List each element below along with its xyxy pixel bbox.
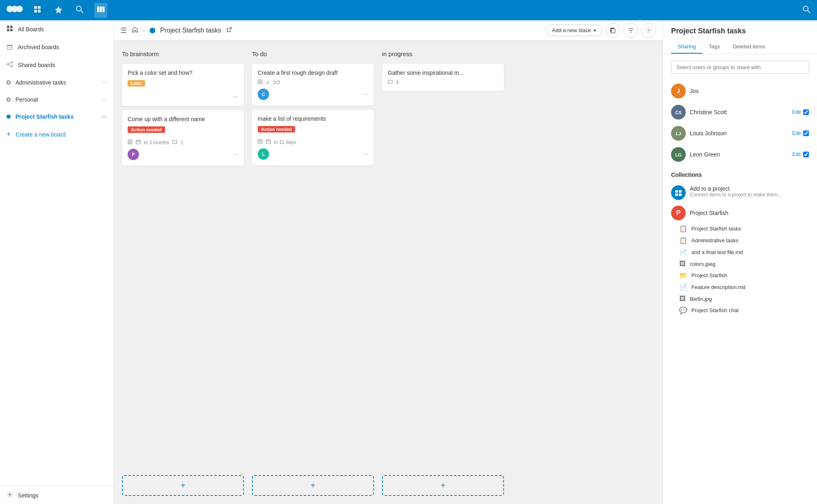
user-leon-name: Leon Green [690, 151, 788, 158]
file-name-colors: colors.jpeg [690, 261, 715, 267]
card-requirements-avatar: L [258, 148, 269, 160]
project-starfish-more-icon[interactable]: ··· [102, 113, 107, 120]
stack-in-progress-title: in progress [382, 49, 504, 59]
file-pst[interactable]: 📋 Project Starfish tasks [671, 223, 809, 235]
board-header: ☰ › Project Starfish tasks Add a new sta [114, 20, 663, 41]
card-pick-color-more[interactable]: ··· [233, 93, 238, 100]
global-search-icon[interactable] [802, 5, 810, 15]
sidebar-item-project-starfish[interactable]: Project Starfish tasks ··· [0, 108, 113, 125]
user-leon-edit-label: Edit [792, 152, 801, 157]
sidebar-item-all-boards[interactable]: All Boards [0, 20, 113, 38]
card-requirements-title: make a list of requirements [258, 115, 368, 122]
stack-in-progress-cards: Gather some inspirational m... 3 [382, 64, 504, 470]
card-different-name[interactable]: Come up with a different name Action nee… [122, 110, 244, 166]
tab-sharing[interactable]: Sharing [671, 40, 702, 54]
card-design-draft-more[interactable]: ··· [363, 91, 368, 98]
sidebar-item-archived[interactable]: Archived boards [0, 38, 113, 56]
file-icon-colors: 🖼 [679, 260, 686, 267]
user-louis: LJ Louis Johnson Edit [671, 123, 809, 144]
share-input[interactable] [671, 61, 809, 74]
svg-line-9 [81, 11, 83, 13]
filter-icon[interactable] [624, 23, 638, 38]
sidebar-item-shared[interactable]: Shared boards [0, 56, 113, 74]
file-final-test[interactable]: 📄 and a final test file.md [671, 246, 809, 258]
file-name-at: Administrative tasks [691, 237, 739, 243]
files-icon[interactable] [31, 3, 44, 18]
user-christine-name: Christine Scott [690, 109, 788, 115]
svg-rect-17 [7, 29, 9, 31]
card-requirements-footer: L ··· [258, 148, 368, 160]
file-colors[interactable]: 🖼 colors.jpeg [671, 258, 809, 269]
sidebar-label-shared: Shared boards [18, 62, 55, 68]
sidebar: All Boards Archived boards [0, 20, 114, 504]
svg-text:LJ: LJ [676, 131, 681, 136]
tab-tags[interactable]: Tags [702, 40, 726, 54]
card-requirements[interactable]: make a list of requirements Action neede… [252, 110, 374, 165]
file-at[interactable]: 📋 Administrative tasks [671, 235, 809, 246]
file-name-berlin: Berlin.jpg [690, 296, 712, 302]
card-tag-action-2: Action needed [258, 126, 295, 133]
file-name-ps-chat: Project Starfish chat [691, 307, 739, 313]
app-logo[interactable] [7, 4, 23, 17]
sidebar-settings[interactable]: Settings [0, 486, 113, 504]
create-board-label: Create a new board [16, 131, 66, 138]
board-menu-icon[interactable]: ☰ [120, 26, 127, 35]
stack-in-progress: in progress Gather some inspirational m.… [382, 49, 504, 496]
search-icon[interactable] [73, 3, 86, 18]
user-christine-edit-label: Edit [792, 109, 801, 115]
activity-icon[interactable] [52, 3, 65, 18]
card-requirements-more[interactable]: ··· [363, 150, 368, 158]
project-starfish-item[interactable]: P Project Starfish [671, 203, 809, 223]
add-card-in-progress[interactable]: + [382, 475, 504, 496]
card-different-name-more[interactable]: ··· [233, 151, 238, 158]
user-leon-checkbox[interactable] [803, 152, 809, 157]
file-name-pst: Project Starfish tasks [691, 226, 741, 232]
card-folder-count-2: 3 [396, 80, 399, 85]
svg-rect-15 [7, 26, 9, 28]
user-leon-avatar: LG [671, 147, 686, 162]
svg-point-8 [76, 6, 81, 11]
copy-board-icon[interactable] [606, 23, 620, 38]
user-louis-avatar: LJ [671, 126, 686, 141]
add-to-project-item[interactable]: Add to a project Connect items to a proj… [671, 182, 809, 203]
user-louis-checkbox[interactable] [803, 130, 809, 136]
file-ps-folder[interactable]: 📁 Project Starfish [671, 269, 809, 281]
file-feature-desc[interactable]: 📄 Feature description.md [671, 281, 809, 293]
svg-rect-5 [34, 10, 37, 13]
card-date: in 3 months [144, 140, 169, 146]
add-stack-plus-icon: + [593, 27, 596, 33]
add-stack-button[interactable]: Add a new stack + [546, 24, 602, 36]
settings-board-icon[interactable] [641, 23, 656, 38]
stack-brainstorm-title: To brainstorm [122, 49, 244, 59]
deck-icon[interactable] [94, 3, 107, 18]
user-christine-checkbox[interactable] [803, 109, 809, 115]
kanban-board: To brainstorm Pick a color set and how? … [114, 41, 663, 504]
sidebar-label-all-boards: All Boards [18, 26, 44, 33]
board-home-icon[interactable] [132, 26, 138, 35]
personal-more-icon[interactable]: ··· [102, 96, 107, 103]
card-different-name-meta: in 3 months 1 [128, 139, 238, 146]
board-title: Project Starfish tasks [160, 27, 221, 34]
card-design-draft[interactable]: Create a first rough design draft [252, 64, 374, 106]
tab-deleted-items[interactable]: Deleted items [726, 40, 771, 54]
sidebar-create-board[interactable]: + Create a new board [0, 125, 113, 143]
svg-line-26 [9, 65, 11, 66]
top-nav [0, 0, 817, 20]
board-share-icon[interactable] [226, 26, 232, 34]
card-different-name-title: Come up with a different name [128, 116, 238, 122]
add-card-todo[interactable]: + [252, 475, 374, 496]
administrative-more-icon[interactable]: ··· [102, 79, 107, 86]
file-berlin[interactable]: 🖼 Berlin.jpg [671, 293, 809, 304]
file-icon-ps-chat: 💬 [679, 306, 687, 314]
card-inspirational[interactable]: Gather some inspirational m... 3 [382, 64, 504, 91]
sidebar-label-personal: Personal [15, 96, 38, 103]
sidebar-item-administrative[interactable]: Administrative tasks ··· [0, 74, 113, 91]
svg-rect-62 [675, 193, 678, 196]
file-ps-chat[interactable]: 💬 Project Starfish chat [671, 304, 809, 316]
card-inspirational-title: Gather some inspirational m... [388, 70, 498, 76]
svg-rect-18 [10, 29, 13, 31]
sidebar-item-personal[interactable]: Personal ··· [0, 91, 113, 108]
card-design-draft-avatar: C [258, 89, 269, 100]
card-pick-color[interactable]: Pick a color set and how? Later ··· [122, 64, 244, 106]
add-card-brainstorm[interactable]: + [122, 475, 244, 496]
